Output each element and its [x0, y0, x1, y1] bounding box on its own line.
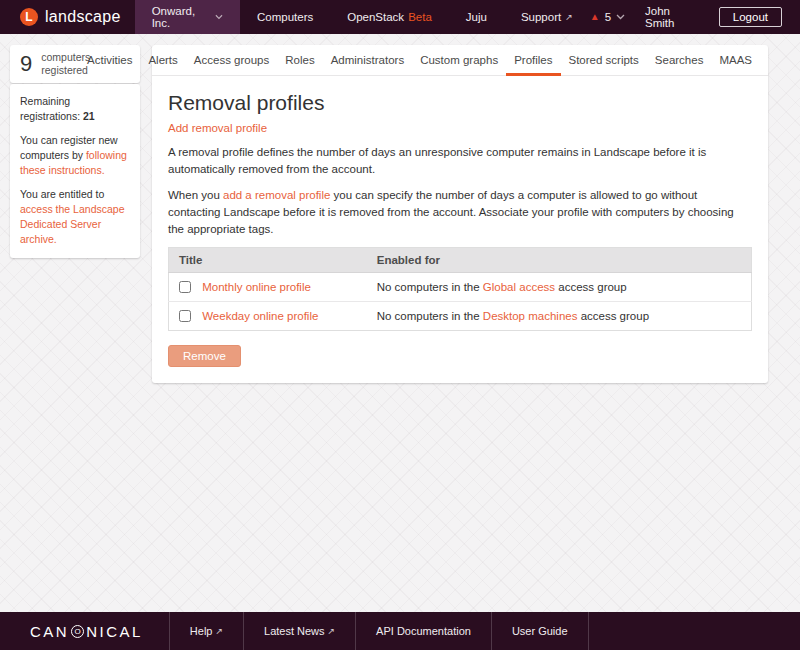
- nav-item-account[interactable]: Onward, Inc.: [135, 0, 240, 34]
- add-removal-profile-inline-link[interactable]: add a removal profile: [223, 189, 330, 201]
- tab-activities[interactable]: Activities: [79, 45, 140, 76]
- profile-link-monthly[interactable]: Monthly online profile: [202, 281, 311, 293]
- footer-link-user-guide[interactable]: User Guide: [491, 612, 589, 650]
- tab-custom-graphs[interactable]: Custom graphs: [412, 45, 506, 76]
- table-header-row: Title Enabled for: [169, 248, 752, 273]
- register-new-computers-text: You can register new computers by follow…: [20, 133, 130, 177]
- footer: CAN O NICAL Help ↗ Latest News ↗ API Doc…: [0, 612, 800, 650]
- footer-link-api-documentation[interactable]: API Documentation: [355, 612, 491, 650]
- canonical-logo: CAN O NICAL: [0, 612, 169, 650]
- chevron-down-icon: [616, 14, 625, 20]
- instructions-prefix: When you: [168, 189, 223, 201]
- tab-administrators[interactable]: Administrators: [323, 45, 413, 76]
- nav-computers-label: Computers: [257, 11, 313, 23]
- tab-maas[interactable]: MAAS: [711, 45, 760, 76]
- external-link-icon: ↗: [565, 12, 573, 22]
- registered-count: 9: [20, 51, 32, 77]
- nav-openstack-label: OpenStack: [347, 11, 404, 23]
- footer-news-label: Latest News: [264, 625, 325, 637]
- alert-triangle-icon: ▲: [590, 12, 600, 22]
- table-row: Monthly online profile No computers in t…: [169, 273, 752, 302]
- footer-link-help[interactable]: Help ↗: [169, 612, 243, 650]
- enabled-prefix: No computers in the: [377, 310, 483, 322]
- alert-count: 5: [605, 11, 611, 23]
- landscape-logo-icon: L: [20, 8, 38, 26]
- tab-roles[interactable]: Roles: [277, 45, 322, 76]
- remaining-label: Remaining registrations:: [20, 95, 80, 122]
- footer-links: Help ↗ Latest News ↗ API Documentation U…: [169, 612, 589, 650]
- nav-juju-label: Juju: [466, 11, 487, 23]
- remaining-registrations: Remaining registrations: 21: [20, 94, 130, 123]
- external-link-icon: ↗: [215, 626, 223, 636]
- canonical-circle-o-icon: O: [71, 625, 84, 638]
- landscape-logo[interactable]: L landscape: [0, 0, 135, 34]
- remove-button[interactable]: Remove: [168, 345, 241, 367]
- account-name-label: Onward, Inc.: [152, 5, 209, 29]
- tab-bar: Activities Alerts Access groups Roles Ad…: [152, 45, 768, 76]
- tab-alerts[interactable]: Alerts: [140, 45, 185, 76]
- table-row: Weekday online profile No computers in t…: [169, 302, 752, 331]
- tab-searches[interactable]: Searches: [647, 45, 712, 76]
- access-group-link[interactable]: Desktop machines: [483, 310, 578, 322]
- user-name[interactable]: John Smith: [639, 5, 705, 29]
- entitled-text-block: You are entitled to access the Landscape…: [20, 187, 130, 246]
- column-header-enabled-for: Enabled for: [367, 248, 752, 273]
- removal-profile-instructions: When you add a removal profile you can s…: [168, 187, 752, 237]
- enabled-for-cell: No computers in the Global access access…: [367, 273, 752, 302]
- footer-guide-label: User Guide: [512, 625, 568, 637]
- nav-item-computers[interactable]: Computers: [240, 0, 330, 34]
- enabled-prefix: No computers in the: [377, 281, 483, 293]
- landscape-brand-name: landscape: [45, 8, 121, 26]
- tab-stored-scripts[interactable]: Stored scripts: [561, 45, 647, 76]
- top-header: L landscape Onward, Inc. Computers OpenS…: [0, 0, 800, 34]
- row-checkbox[interactable]: [179, 310, 191, 322]
- footer-api-label: API Documentation: [376, 625, 471, 637]
- row-checkbox[interactable]: [179, 281, 191, 293]
- panel-content: Removal profiles Add removal profile A r…: [152, 91, 768, 383]
- add-removal-profile-link[interactable]: Add removal profile: [168, 122, 267, 134]
- enabled-suffix: access group: [577, 310, 649, 322]
- nav-support-label: Support: [521, 11, 561, 23]
- page-title: Removal profiles: [168, 91, 752, 115]
- access-group-link[interactable]: Global access: [483, 281, 555, 293]
- registration-info-card: Remaining registrations: 21 You can regi…: [10, 84, 140, 258]
- removal-profiles-table: Title Enabled for Monthly online profile…: [168, 247, 752, 331]
- nav-item-support[interactable]: Support ↗: [504, 0, 590, 34]
- footer-help-label: Help: [190, 625, 213, 637]
- profile-title-cell: Monthly online profile: [169, 273, 367, 302]
- main-panel: Activities Alerts Access groups Roles Ad…: [152, 45, 768, 383]
- profile-link-weekday[interactable]: Weekday online profile: [202, 310, 318, 322]
- enabled-suffix: access group: [555, 281, 627, 293]
- column-header-title: Title: [169, 248, 367, 273]
- nav-item-juju[interactable]: Juju: [449, 0, 504, 34]
- chevron-down-icon: [215, 14, 223, 20]
- beta-badge: Beta: [408, 11, 432, 23]
- entitled-text: You are entitled to: [20, 188, 104, 200]
- nav-item-openstack[interactable]: OpenStack Beta: [330, 0, 449, 34]
- profile-title-cell: Weekday online profile: [169, 302, 367, 331]
- tab-profiles[interactable]: Profiles: [506, 45, 560, 76]
- alerts-dropdown[interactable]: ▲ 5: [590, 11, 625, 23]
- header-nav: Onward, Inc. Computers OpenStack Beta Ju…: [135, 0, 590, 34]
- removal-profile-description: A removal profile defines the number of …: [168, 144, 752, 177]
- tab-access-groups[interactable]: Access groups: [186, 45, 277, 76]
- logout-button[interactable]: Logout: [719, 7, 782, 27]
- canonical-logo-pre: CAN: [30, 623, 69, 640]
- dedicated-server-archive-link[interactable]: access the Landscape Dedicated Server ar…: [20, 203, 125, 244]
- footer-link-latest-news[interactable]: Latest News ↗: [243, 612, 355, 650]
- canonical-logo-post: NICAL: [86, 623, 143, 640]
- external-link-icon: ↗: [328, 626, 336, 636]
- remaining-count: 21: [83, 110, 95, 122]
- enabled-for-cell: No computers in the Desktop machines acc…: [367, 302, 752, 331]
- header-right: ▲ 5 John Smith Logout: [590, 0, 800, 34]
